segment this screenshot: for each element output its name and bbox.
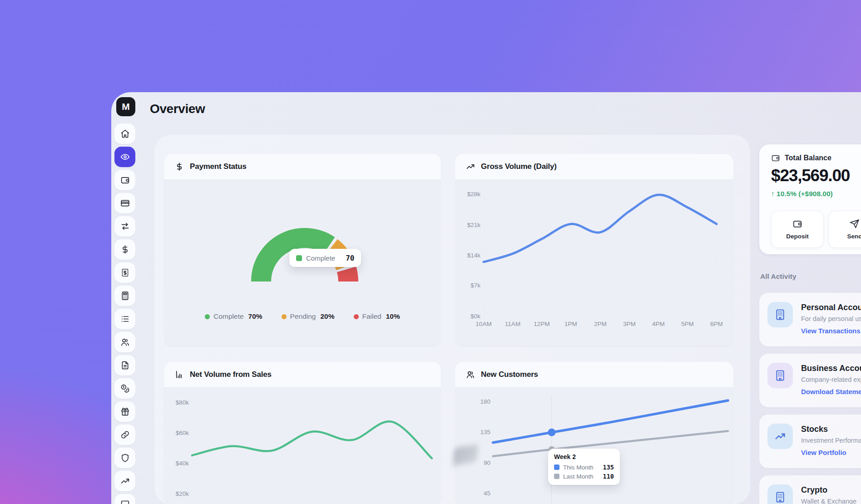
sidebar-item-rewards[interactable]: [114, 401, 135, 422]
gift-icon: [120, 407, 130, 416]
users-icon: [466, 370, 475, 379]
users-icon: [120, 337, 130, 347]
sidebar-item-invoices[interactable]: [114, 262, 135, 283]
tooltip-row: Last Month 110: [554, 473, 614, 480]
page-title: Overview: [150, 102, 205, 116]
app-logo-letter: M: [122, 101, 130, 112]
sidebar-item-documents[interactable]: [114, 355, 135, 376]
card-title: New Customers: [481, 370, 538, 379]
card-title: Net Volume from Sales: [190, 370, 272, 379]
gross-volume-header: Gross Volume (Daily): [455, 154, 733, 180]
sidebar-item-coins[interactable]: [114, 378, 135, 399]
x-tick: 1PM: [556, 320, 585, 328]
net-volume-line: [192, 421, 432, 458]
trending-up-icon: [767, 424, 793, 449]
screen: M Overview: [0, 0, 861, 504]
credit-card-icon: [120, 198, 130, 208]
tooltip-label: Last Month: [563, 473, 594, 480]
sidebar-item-links[interactable]: [114, 425, 135, 445]
sidebar-item-payments[interactable]: [114, 239, 135, 260]
link-icon: [120, 430, 130, 440]
sidebar-item-devices[interactable]: [114, 494, 135, 504]
deposit-label: Deposit: [786, 233, 809, 240]
x-tick: 4PM: [644, 320, 673, 328]
legend-value: 70%: [248, 312, 262, 321]
all-activity-label: All Activity: [760, 272, 797, 281]
activity-title: Business Account: [801, 364, 861, 373]
download-statements-link[interactable]: Download Statements: [801, 388, 861, 395]
sidebar-item-transfers[interactable]: [114, 216, 135, 237]
tooltip-title: Week 2: [554, 453, 614, 460]
transfer-icon: [120, 222, 130, 231]
activity-title: Personal Account: [801, 303, 861, 312]
activity-item-personal-account[interactable]: Personal Account For daily personal use …: [759, 293, 861, 346]
activity-subtitle: Wallet & Exchange: [801, 498, 856, 504]
payment-status-legend: Complete 70% Pending 20% Failed 10%: [164, 312, 441, 321]
send-button[interactable]: Send: [828, 211, 861, 248]
building-icon: [767, 484, 793, 504]
home-icon: [120, 129, 130, 138]
shield-icon: [120, 453, 130, 463]
pending-dot: [282, 314, 287, 319]
trending-up-icon: [466, 162, 475, 171]
wallet-icon: [120, 175, 130, 185]
view-portfolio-link[interactable]: View Portfolio: [801, 449, 846, 456]
x-tick: 3PM: [615, 320, 644, 328]
sidebar-item-cards[interactable]: [114, 193, 135, 213]
tooltip-value: 135: [603, 464, 614, 471]
sidebar-item-list[interactable]: [114, 309, 135, 329]
payment-status-header: Payment Status: [164, 154, 441, 180]
balance-header: Total Balance: [771, 153, 831, 163]
list-icon: [120, 314, 130, 324]
grid: [484, 188, 717, 318]
legend-item: Pending 20%: [282, 312, 335, 321]
activity-item-stocks[interactable]: Stocks Investment Performance View Portf…: [759, 415, 861, 468]
this-month-swatch: [554, 464, 559, 470]
card-title: Payment Status: [190, 162, 247, 171]
activity-item-crypto[interactable]: Crypto Wallet & Exchange: [759, 475, 861, 504]
new-customers-tooltip: Week 2 This Month 135 Last Month 110: [548, 449, 620, 485]
payment-status-card: Payment Status Complete 70 Complete 70% …: [164, 154, 441, 346]
deposit-button[interactable]: Deposit: [771, 211, 824, 248]
balance-delta: ↑ 10.5% (+$908.00): [771, 190, 833, 198]
activity-title: Stocks: [801, 425, 828, 434]
new-customers-chart: [455, 387, 733, 504]
eye-icon: [120, 152, 130, 162]
sidebar-item-wallet[interactable]: [114, 170, 135, 190]
tooltip-row: This Month 135: [554, 464, 614, 471]
legend-value: 20%: [320, 312, 334, 321]
receipt-icon: [120, 268, 130, 277]
balance-label: Total Balance: [785, 154, 831, 162]
send-icon: [850, 219, 860, 229]
activity-item-business-account[interactable]: Business Account Company-related expense…: [759, 354, 861, 407]
bar-chart-icon: [175, 370, 184, 379]
grid: [192, 403, 434, 494]
x-tick: 10AM: [469, 320, 498, 328]
tooltip-value: 110: [603, 473, 614, 480]
new-customers-card: New Customers 180 135 90 45 Week 2 This …: [455, 362, 733, 504]
net-volume-card: Net Volume from Sales $80k $60k $40k $20…: [164, 362, 441, 504]
sidebar-item-customers[interactable]: [114, 332, 135, 352]
gauge-tooltip-label: Complete: [306, 254, 335, 262]
gauge-tooltip-value: 70: [346, 254, 354, 262]
tooltip-label: This Month: [563, 464, 594, 471]
sidebar-item-security[interactable]: [114, 448, 135, 468]
app-logo[interactable]: M: [116, 97, 135, 116]
sidebar-item-trends[interactable]: [114, 471, 135, 491]
trending-up-icon: [120, 476, 130, 486]
legend-value: 10%: [386, 312, 400, 321]
legend-label: Failed: [362, 312, 381, 321]
sidebar-item-home[interactable]: [114, 124, 135, 144]
activity-subtitle: Investment Performance: [801, 437, 861, 444]
x-tick: 2PM: [586, 320, 615, 328]
sidebar-item-overview[interactable]: [114, 147, 135, 167]
this-month-line: [493, 400, 728, 443]
activity-subtitle: Company-related expenses: [801, 376, 861, 383]
send-label: Send: [847, 233, 861, 240]
view-transactions-link[interactable]: View Transactions: [801, 327, 861, 335]
x-tick: 11AM: [498, 320, 527, 328]
last-month-swatch: [554, 474, 559, 479]
sidebar-item-calculator[interactable]: [114, 286, 135, 306]
legend-item: Complete 70%: [205, 312, 262, 321]
gross-volume-card: Gross Volume (Daily) $28k $21k $14k $7k …: [455, 154, 733, 346]
